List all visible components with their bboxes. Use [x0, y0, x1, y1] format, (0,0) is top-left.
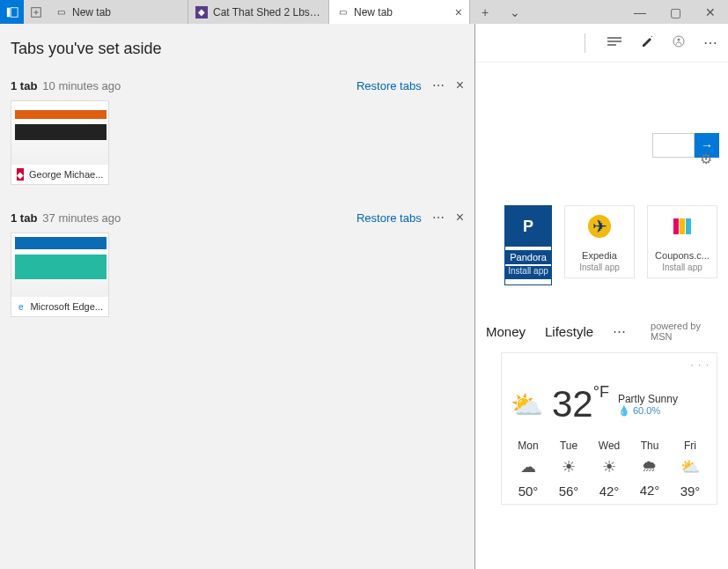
svg-point-3 — [673, 36, 684, 47]
forecast-icon: ☁ — [511, 457, 546, 477]
tab-favicon-blank-icon: ▭ — [55, 6, 67, 18]
search-row: → — [475, 63, 728, 158]
weather-more-button[interactable]: · · · — [690, 358, 710, 371]
search-input[interactable] — [652, 133, 695, 158]
tab-label: New tab — [72, 6, 180, 18]
thumbnail-preview — [11, 233, 108, 297]
thumbnail-caption: e Microsoft Edge... — [11, 297, 108, 316]
group-timestamp: 37 minutes ago — [42, 211, 121, 225]
forecast-day-name: Thu — [632, 440, 667, 452]
weather-condition: Partly Sunny — [618, 393, 678, 405]
top-site-pandora[interactable]: P Pandora Install app — [504, 205, 552, 285]
weather-now: ⛅ 32°F Partly Sunny 💧 60.0% — [511, 383, 708, 425]
forecast-icon: ☀ — [551, 457, 586, 477]
forecast-icon: 🌧 — [632, 457, 667, 476]
feed-more-button[interactable]: ⋯ — [613, 323, 626, 339]
window-controls: — ▢ ✕ — [622, 0, 728, 24]
new-tab-button[interactable]: + — [470, 0, 500, 24]
set-tabs-aside-button[interactable] — [24, 0, 48, 24]
aside-tab-thumbnail[interactable]: ◆ George Michae... — [11, 100, 109, 185]
tab-favicon-blank-icon: ▭ — [336, 6, 349, 18]
aside-group-header: 1 tab 10 minutes ago Restore tabs ⋯ × — [11, 78, 464, 93]
site-icon: P — [505, 206, 551, 247]
tabs-aside-panel-button[interactable] — [0, 0, 24, 24]
feed-tab-lifestyle[interactable]: Lifestyle — [545, 324, 593, 339]
news-feed-header: Money Lifestyle ⋯ powered by MSN — [475, 285, 728, 352]
group-actions: Restore tabs ⋯ × — [357, 210, 464, 225]
group-more-button[interactable]: ⋯ — [432, 78, 445, 92]
browser-tab-2-active[interactable]: ▭ New tab × — [329, 0, 470, 24]
title-bar: ▭ New tab ◆ Cat That Shed 2 Lbs. of Mat … — [0, 0, 728, 24]
group-close-button[interactable]: × — [456, 210, 464, 225]
aside-group-1: 1 tab 37 minutes ago Restore tabs ⋯ × e … — [11, 210, 464, 317]
browser-tab-0[interactable]: ▭ New tab — [48, 0, 188, 24]
forecast-high: 56° — [551, 484, 586, 499]
install-app-label: Install app — [565, 262, 634, 272]
svg-rect-0 — [6, 7, 10, 17]
browser-toolbar: ⋯ — [475, 24, 728, 63]
tab-favicon-site-icon: ◆ — [195, 6, 208, 18]
aside-tab-thumbnail[interactable]: e Microsoft Edge... — [11, 233, 109, 317]
customize-gear-icon[interactable]: ⚙ — [700, 151, 712, 167]
forecast-day-4: Fri ⛅ 39° — [673, 440, 708, 499]
site-icon: ✈ — [565, 206, 634, 247]
install-app-label: Install app — [648, 262, 717, 272]
titlebar-left: ▭ New tab ◆ Cat That Shed 2 Lbs. of Mat … — [0, 0, 530, 24]
feed-tab-money[interactable]: Money — [486, 324, 526, 339]
more-menu-icon[interactable]: ⋯ — [703, 34, 717, 51]
group-tab-count: 1 tab — [11, 79, 37, 92]
svg-point-4 — [678, 38, 680, 41]
thumbnail-preview — [11, 101, 108, 165]
forecast-day-name: Mon — [511, 440, 546, 452]
site-name: Pandora — [505, 250, 551, 264]
main-area: Tabs you've set aside 1 tab 10 minutes a… — [0, 24, 728, 569]
share-icon[interactable] — [672, 34, 686, 52]
aside-group-header: 1 tab 37 minutes ago Restore tabs ⋯ × — [11, 210, 464, 225]
aside-group-0: 1 tab 10 minutes ago Restore tabs ⋯ × ◆ … — [11, 78, 464, 185]
maximize-button[interactable]: ▢ — [658, 0, 693, 24]
weather-cond-block: Partly Sunny 💧 60.0% — [618, 393, 678, 417]
top-site-expedia[interactable]: ✈ Expedia Install app — [564, 205, 635, 278]
forecast-day-0: Mon ☁ 50° — [511, 440, 546, 499]
site-icon — [648, 206, 717, 247]
hub-icon[interactable] — [607, 35, 622, 51]
browser-tab-1[interactable]: ◆ Cat That Shed 2 Lbs. of Mat — [188, 0, 329, 24]
weather-card[interactable]: · · · ⛅ 32°F Partly Sunny 💧 60.0% Mon ☁ … — [501, 352, 717, 505]
site-name: Expedia — [565, 250, 634, 261]
group-more-button[interactable]: ⋯ — [432, 211, 445, 225]
tab-close-button[interactable]: × — [455, 5, 462, 19]
minimize-button[interactable]: — — [622, 0, 658, 24]
forecast-high: 42° — [592, 484, 627, 499]
forecast-day-name: Tue — [551, 440, 586, 452]
notes-icon[interactable] — [640, 34, 654, 52]
thumbnail-favicon-icon: ◆ — [17, 168, 24, 181]
tab-label: New tab — [354, 6, 450, 18]
forecast-day-3: Thu 🌧 42° — [632, 440, 667, 499]
close-window-button[interactable]: ✕ — [693, 0, 728, 24]
group-timestamp: 10 minutes ago — [42, 79, 121, 92]
weather-forecast-row: Mon ☁ 50° Tue ☀ 56° Wed ☀ 42° Thu 🌧 — [511, 440, 708, 499]
group-tab-count: 1 tab — [11, 211, 37, 225]
thumbnail-caption: ◆ George Michae... — [11, 165, 108, 184]
group-close-button[interactable]: × — [456, 78, 464, 93]
top-sites-row: ⚙ P Pandora Install app ✈ Expedia Instal… — [475, 158, 728, 285]
aside-panel-title: Tabs you've set aside — [11, 40, 464, 58]
weather-temp-value: 32 — [552, 383, 593, 425]
powered-by-label: powered by MSN — [651, 321, 717, 342]
top-site-coupons[interactable]: Coupons.c... Install app — [647, 205, 717, 278]
install-app-label: Install app — [505, 266, 551, 279]
thumbnail-title: George Michae... — [29, 169, 103, 180]
thumbnail-favicon-edge-icon: e — [17, 300, 25, 313]
forecast-icon: ☀ — [592, 457, 627, 477]
weather-now-icon: ⛅ — [511, 389, 543, 420]
tab-label: Cat That Shed 2 Lbs. of Mat — [213, 6, 321, 18]
tabs-menu-button[interactable]: ⌄ — [500, 0, 530, 24]
thumbnail-title: Microsoft Edge... — [30, 301, 103, 312]
forecast-high: 42° — [632, 483, 667, 498]
group-actions: Restore tabs ⋯ × — [357, 78, 464, 93]
site-name: Coupons.c... — [648, 250, 717, 261]
forecast-high: 39° — [673, 484, 708, 499]
restore-tabs-link[interactable]: Restore tabs — [357, 211, 422, 225]
forecast-day-name: Fri — [673, 440, 708, 452]
restore-tabs-link[interactable]: Restore tabs — [357, 79, 422, 92]
